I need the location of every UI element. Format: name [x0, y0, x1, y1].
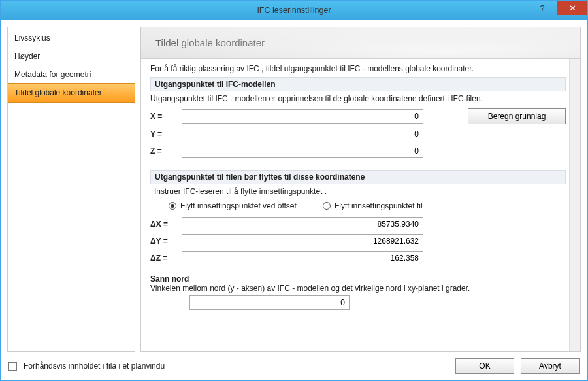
row-angle	[189, 295, 566, 310]
cancel-button[interactable]: Avbryt	[521, 358, 580, 374]
radio-group-move: Flytt innsettingspunktet ved offset Flyt…	[169, 201, 566, 210]
label-dz: ΔZ =	[150, 254, 175, 263]
label-x: X =	[150, 112, 175, 121]
input-z[interactable]	[182, 144, 423, 158]
sidebar-item-heights[interactable]: Høyder	[8, 47, 135, 65]
radio-to-label: Flytt innsettingspunktet til	[335, 201, 423, 210]
content: For å få riktig plassering av IFC , tild…	[141, 59, 580, 351]
input-angle[interactable]	[189, 295, 350, 310]
sidebar-item-lifecycle[interactable]: Livssyklus	[8, 29, 135, 47]
sidebar-item-metadata[interactable]: Metadata for geometri	[8, 65, 135, 84]
section1-sub: Utgangspunktet til IFC - modellen er opp…	[150, 94, 566, 103]
main-panel: Tildel globale koordinater For å få rikt…	[140, 27, 581, 352]
input-y[interactable]	[182, 127, 423, 141]
input-dz[interactable]	[182, 251, 423, 265]
radio-to-dot	[323, 202, 331, 210]
preview-checkbox[interactable]	[8, 362, 17, 371]
input-dx[interactable]	[182, 217, 423, 231]
label-y: Y =	[150, 129, 175, 139]
dialog-footer: Forhåndsvis innholdet i fila i et planvi…	[1, 352, 587, 380]
section2-header: Utgangspunktet til filen bør flyttes til…	[150, 170, 566, 184]
ok-button[interactable]: OK	[455, 358, 514, 374]
label-z: Z =	[150, 146, 175, 156]
help-button[interactable]: ?	[527, 1, 557, 15]
window-controls: ? ✕	[527, 1, 587, 15]
compute-basis-button[interactable]: Beregn grunnlag	[468, 108, 566, 124]
row-dy: ΔY =	[150, 234, 566, 248]
label-dy: ΔY =	[150, 237, 175, 246]
radio-to[interactable]: Flytt innsettingspunktet til	[323, 201, 423, 210]
row-dz: ΔZ =	[150, 251, 566, 265]
panel-title: Tildel globale koordinater	[155, 37, 265, 48]
close-button[interactable]: ✕	[557, 1, 587, 15]
section2-sub: Instruer IFC-leseren til å flytte innset…	[154, 187, 566, 196]
input-x[interactable]	[182, 109, 423, 124]
radio-offset-label: Flytt innsettingspunktet ved offset	[180, 201, 297, 210]
section3-sub: Vinkelen mellom nord (y - aksen) av IFC …	[150, 284, 566, 293]
input-dy[interactable]	[182, 234, 423, 248]
panel-header: Tildel globale koordinater	[141, 27, 580, 59]
dialog-body: Livssyklus Høyder Metadata for geometri …	[1, 20, 587, 352]
window-title: IFC leserinnstillinger	[1, 6, 587, 15]
row-y: Y =	[150, 127, 566, 141]
radio-offset[interactable]: Flytt innsettingspunktet ved offset	[169, 201, 297, 210]
sidebar: Livssyklus Høyder Metadata for geometri …	[7, 27, 135, 352]
label-dx: ΔX =	[150, 220, 175, 229]
row-x: X = Beregn grunnlag	[150, 108, 566, 124]
row-dx: ΔX =	[150, 217, 566, 231]
dialog-window: IFC leserinnstillinger ? ✕ Livssyklus Hø…	[0, 0, 588, 381]
radio-offset-dot	[169, 202, 176, 210]
row-z: Z =	[150, 144, 566, 158]
preview-label: Forhåndsvis innholdet i fila i et planvi…	[24, 361, 165, 371]
section3-header: Sann nord	[150, 274, 566, 284]
section1-header: Utgangspunktet til IFC-modellen	[150, 77, 566, 91]
sidebar-item-coordinates[interactable]: Tildel globale koordinater	[8, 83, 135, 103]
titlebar: IFC leserinnstillinger ? ✕	[1, 1, 587, 20]
intro-text: For å få riktig plassering av IFC , tild…	[150, 64, 566, 73]
